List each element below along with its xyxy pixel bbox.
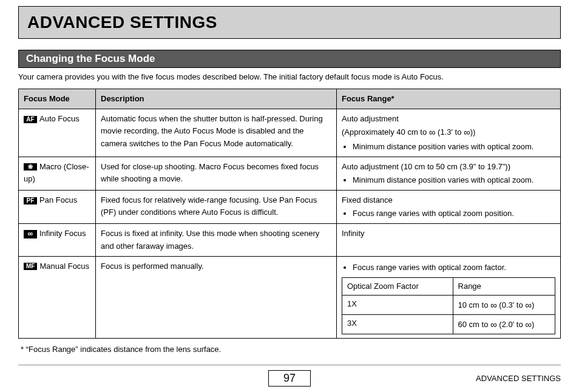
page-number: 97	[268, 370, 311, 387]
infinity-icon: ∞	[464, 127, 470, 137]
footer-section-label: ADVANCED SETTINGS	[476, 374, 561, 383]
header-focus-mode: Focus Mode	[19, 89, 96, 109]
infinity-icon: ∞	[525, 319, 532, 329]
table-row: 3X 60 cm to ∞ (2.0' to ∞)	[342, 315, 555, 334]
footnote: * “Focus Range” indicates distance from …	[21, 345, 561, 354]
range-text: 60 cm to	[458, 320, 490, 329]
range-text: (1.3' to	[435, 127, 464, 137]
zoom-range-table: Optical Zoom Factor Range 1X 10 cm to ∞ …	[342, 277, 555, 335]
mode-name: Infinity Focus	[39, 229, 86, 238]
inner-cell: 3X	[342, 315, 453, 334]
inner-cell: 1X	[342, 295, 453, 314]
table-row: AFAuto Focus Automatic focus when the sh…	[19, 109, 561, 157]
cell-mode: ∞Infinity Focus	[19, 224, 96, 256]
cell-mode: MFManual Focus	[19, 256, 96, 339]
inner-header: Range	[453, 277, 555, 295]
cell-desc: Fixed focus for relatively wide-range fo…	[96, 191, 337, 224]
section-heading: Changing the Focus Mode	[18, 50, 561, 68]
range-text: )	[532, 300, 534, 309]
range-text: (Approximately 40 cm to	[342, 127, 429, 137]
range-text: )	[532, 320, 534, 329]
mode-name: Auto Focus	[39, 114, 80, 123]
footer-divider	[18, 365, 561, 365]
table-header-row: Focus Mode Description Focus Range*	[19, 89, 561, 109]
cell-desc: Used for close-up shooting. Macro Focus …	[96, 157, 337, 190]
cell-desc: Focus is fixed at infinity. Use this mod…	[96, 224, 337, 256]
table-row: PFPan Focus Fixed focus for relatively w…	[19, 191, 561, 224]
macro-icon: ❀	[24, 163, 37, 171]
inner-cell: 10 cm to ∞ (0.3' to ∞)	[453, 295, 555, 314]
range-bullet: Focus range varies with optical zoom fac…	[353, 262, 555, 274]
cell-desc: Focus is performed manually.	[96, 256, 337, 339]
range-bullet: Minimum distance position varies with op…	[353, 141, 555, 153]
table-row: Optical Zoom Factor Range	[342, 277, 555, 295]
header-focus-range: Focus Range*	[337, 89, 561, 109]
range-bullet: Focus range varies with optical zoom pos…	[353, 208, 555, 220]
focus-mode-table: Focus Mode Description Focus Range* AFAu…	[18, 89, 561, 339]
manual-page: ADVANCED SETTINGS Changing the Focus Mod…	[0, 0, 579, 392]
range-bullet: Minimum distance position varies with op…	[353, 174, 555, 186]
cell-mode: PFPan Focus	[19, 191, 96, 224]
mode-name: Manual Focus	[39, 262, 89, 271]
range-text: Fixed distance	[342, 195, 393, 204]
af-icon: AF	[24, 116, 37, 123]
inner-cell: 60 cm to ∞ (2.0' to ∞)	[453, 315, 555, 334]
pf-icon: PF	[24, 197, 37, 204]
page-title: ADVANCED SETTINGS	[27, 13, 552, 32]
infinity-icon: ∞	[429, 127, 436, 137]
cell-desc: Automatic focus when the shutter button …	[96, 109, 337, 157]
table-row: 1X 10 cm to ∞ (0.3' to ∞)	[342, 295, 555, 314]
page-title-bar: ADVANCED SETTINGS	[18, 6, 561, 39]
mode-name: Pan Focus	[39, 195, 77, 204]
footer-row: 97 ADVANCED SETTINGS	[18, 369, 561, 387]
range-text: Auto adjustment	[342, 114, 399, 123]
range-text: (0.3' to	[497, 300, 526, 309]
infinity-icon: ∞	[525, 300, 532, 310]
header-description: Description	[96, 89, 337, 109]
intro-text: Your camera provides you with the five f…	[18, 72, 561, 83]
cell-range: Fixed distance Focus range varies with o…	[337, 191, 561, 224]
infinity-icon: ∞	[490, 300, 497, 310]
infinity-icon: ∞	[490, 319, 497, 329]
infinity-mode-icon: ∞	[24, 230, 37, 238]
cell-range: Auto adjustment (Approximately 40 cm to …	[337, 109, 561, 157]
inner-header: Optical Zoom Factor	[342, 277, 453, 295]
page-footer: 97 ADVANCED SETTINGS	[18, 365, 561, 387]
range-text: 10 cm to	[458, 300, 490, 309]
cell-mode: AFAuto Focus	[19, 109, 96, 157]
cell-range: Infinity	[337, 224, 561, 256]
range-text: (2.0' to	[497, 320, 526, 329]
mf-icon: MF	[24, 263, 37, 270]
table-row: ∞Infinity Focus Focus is fixed at infini…	[19, 224, 561, 256]
table-row: ❀Macro (Close-up) Used for close-up shoo…	[19, 157, 561, 190]
cell-mode: ❀Macro (Close-up)	[19, 157, 96, 190]
range-text: Auto adjustment (10 cm to 50 cm (3.9" to…	[342, 162, 510, 171]
range-text: ))	[470, 127, 476, 137]
cell-range: Focus range varies with optical zoom fac…	[337, 256, 561, 339]
cell-range: Auto adjustment (10 cm to 50 cm (3.9" to…	[337, 157, 561, 190]
table-row: MFManual Focus Focus is performed manual…	[19, 256, 561, 339]
